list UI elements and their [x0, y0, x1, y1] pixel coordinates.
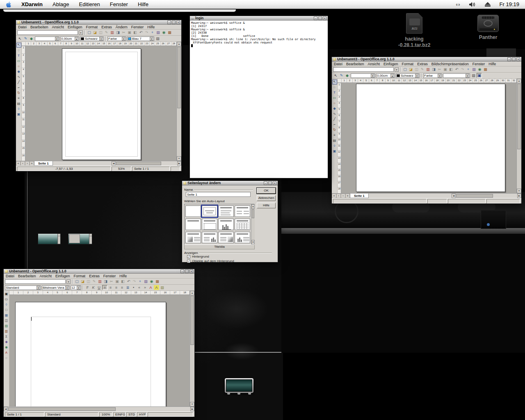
tab-nav-button[interactable]: «: [16, 161, 21, 166]
navigator-icon[interactable]: +: [466, 67, 471, 72]
gallery-icon[interactable]: ▩: [167, 30, 172, 35]
tab-nav-button[interactable]: ‹: [21, 161, 25, 166]
layout-title-content[interactable]: [202, 205, 217, 217]
page-tab[interactable]: Seite 1: [34, 161, 53, 166]
line-width-spinner[interactable]: 0,00cm▲: [376, 73, 395, 78]
dialog-titlebar[interactable]: Seitenlayout ändern – □ ×: [182, 181, 278, 185]
paste-icon[interactable]: ◧: [132, 30, 138, 35]
rect-tool[interactable]: ▭: [332, 96, 337, 100]
scroll-thumb[interactable]: [517, 84, 521, 149]
layout-title-only[interactable]: [185, 219, 201, 230]
open-icon[interactable]: ◪: [92, 30, 98, 35]
hyperlink-icon[interactable]: ◉: [161, 30, 167, 35]
line-tool[interactable]: ╱: [16, 80, 21, 85]
ellipse-tool[interactable]: ○: [16, 64, 21, 69]
menu-item[interactable]: Format: [74, 274, 86, 278]
scroll-right-icon[interactable]: ▶: [177, 161, 181, 166]
input-menu-icon[interactable]: ‹·›: [456, 2, 460, 7]
italic-button[interactable]: K: [91, 285, 96, 290]
draw-titlebar[interactable]: Unbenannt1 - OpenOffice.org 1.1.0 – □ ×: [16, 20, 181, 25]
undo-icon[interactable]: ↶: [454, 67, 459, 72]
tab-nav-button[interactable]: »: [30, 161, 34, 166]
vertical-scrollbar[interactable]: ▲ ▼: [516, 79, 521, 193]
cut-icon[interactable]: ✂: [121, 30, 126, 35]
export-pdf-icon[interactable]: ▥: [97, 279, 103, 284]
menu-item[interactable]: Ansicht: [52, 25, 64, 29]
terminal-output[interactable]: Mauering:~ weisswork$ soffice &[1] 24317…: [190, 21, 328, 178]
new-doc-icon[interactable]: ▢: [402, 67, 408, 72]
unindent-button[interactable]: «: [137, 285, 142, 290]
minimize-button[interactable]: –: [264, 181, 267, 185]
maximize-button[interactable]: □: [268, 181, 272, 185]
volume-icon[interactable]: [469, 2, 476, 7]
active-app-menu[interactable]: XDarwin: [21, 1, 43, 7]
fill-color-combo[interactable]: Blau 7▼: [127, 37, 154, 41]
fill-color-combo[interactable]: ▼: [443, 73, 470, 78]
zoom-tool[interactable]: ◌: [332, 85, 337, 90]
scroll-thumb[interactable]: [456, 194, 493, 198]
bold-button[interactable]: F: [85, 285, 90, 290]
stylist-icon[interactable]: ▨: [155, 30, 161, 35]
layout-chart-text[interactable]: [235, 232, 250, 243]
layout-text-clipart[interactable]: [218, 232, 234, 243]
line-style-combo[interactable]: ▼: [351, 73, 375, 78]
scroll-thumb[interactable]: [252, 209, 254, 218]
status-insert-mode[interactable]: EINFG: [113, 412, 126, 417]
scroll-down-icon[interactable]: ▼: [517, 189, 521, 193]
line-color-combo[interactable]: Schwarz▼: [396, 73, 420, 78]
close-button[interactable]: ×: [189, 269, 193, 273]
status-zoom[interactable]: 53%: [112, 167, 131, 171]
gallery-icon[interactable]: ▩: [155, 279, 160, 284]
tab-nav-button[interactable]: »: [345, 194, 350, 198]
background-checkbox[interactable]: ✓: [187, 255, 190, 258]
menubar-clock[interactable]: Fr 19:19: [500, 1, 519, 7]
gluepoints-icon[interactable]: ◆: [29, 36, 34, 41]
line-style-combo[interactable]: ▼: [35, 37, 59, 41]
hyperlink-icon[interactable]: ◉: [149, 279, 154, 284]
edit-file-icon[interactable]: ✎: [104, 30, 109, 35]
scroll-right-icon[interactable]: ▶: [517, 194, 521, 198]
paste-icon[interactable]: ◧: [120, 279, 126, 284]
vertical-ruler[interactable]: 123456789101112131415161718: [338, 83, 341, 193]
vertical-ruler[interactable]: 12345678910111213141516: [22, 46, 25, 161]
horizontal-scrollbar[interactable]: ◀ ▶: [452, 194, 521, 198]
justify-button[interactable]: ≡: [119, 285, 125, 290]
gluepoints-icon[interactable]: ◆: [345, 73, 350, 78]
fill-style-combo[interactable]: Farbe▼: [423, 73, 442, 78]
export-pdf-icon[interactable]: ▥: [110, 30, 115, 35]
menu-item[interactable]: Hilfe: [119, 274, 127, 278]
select-icon[interactable]: ↖: [333, 73, 338, 78]
tab-nav-button[interactable]: ‹: [336, 194, 341, 198]
navigator-icon[interactable]: +: [137, 279, 143, 284]
align-tool[interactable]: ≡: [16, 96, 21, 101]
menubar-item[interactable]: Fenster: [110, 1, 128, 7]
apple-menu[interactable]: [6, 1, 11, 8]
align-center-button[interactable]: ≡: [108, 285, 113, 290]
menu-item[interactable]: Ansicht: [368, 62, 380, 66]
horizontal-scrollbar[interactable]: ◀ ▶: [4, 406, 194, 411]
font-color-button[interactable]: A: [148, 285, 153, 290]
objects-checkbox[interactable]: ✓: [187, 260, 190, 263]
copy-icon[interactable]: ▣: [443, 67, 448, 72]
redo-icon[interactable]: ↷: [460, 67, 465, 72]
shadow-icon[interactable]: ▨: [471, 73, 476, 78]
edit-file-icon[interactable]: ✎: [420, 67, 425, 72]
navigator-icon[interactable]: +: [150, 30, 155, 35]
scroll-thumb[interactable]: [116, 162, 161, 165]
hyperlink-icon[interactable]: ◉: [477, 67, 482, 72]
scroll-thumb[interactable]: [177, 47, 181, 108]
line-color-combo[interactable]: Schwarz▼: [80, 37, 104, 41]
rotate-tool[interactable]: ↻: [332, 128, 337, 132]
save-icon[interactable]: ◫: [86, 279, 91, 284]
menu-item[interactable]: Ändern: [116, 25, 128, 29]
select-tool[interactable]: ↖: [332, 80, 337, 84]
stylist-icon[interactable]: ▨: [143, 279, 148, 284]
layout-title-box[interactable]: [202, 219, 217, 230]
table-tool[interactable]: ▦: [4, 313, 9, 318]
writer-titlebar[interactable]: Unbenannt2 - OpenOffice.org 1.1.0 – □ ×: [4, 269, 194, 274]
menu-item[interactable]: Extras: [417, 62, 428, 66]
help-button[interactable]: Hilfe: [257, 203, 276, 208]
minimize-button[interactable]: –: [314, 16, 317, 20]
horizontal-ruler[interactable]: 1234567891011121314151617181920212223242…: [22, 42, 176, 46]
desktop-icon-archive[interactable]: .BZ2 hacking -0.28.1.tar.bz2: [390, 13, 439, 48]
